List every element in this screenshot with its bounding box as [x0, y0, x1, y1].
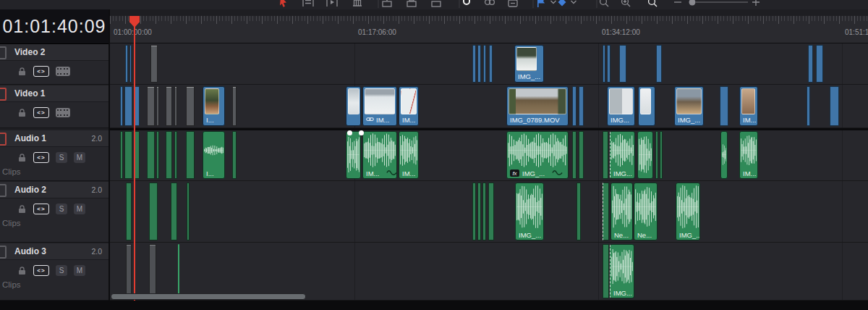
- clip-fragment[interactable]: [174, 131, 177, 179]
- overwrite-clip-icon[interactable]: [405, 0, 418, 8]
- clip-fragment[interactable]: [149, 244, 156, 298]
- clip-fragment[interactable]: [232, 86, 237, 126]
- track-destination-indicator[interactable]: [0, 46, 7, 59]
- video-clip[interactable]: IM...: [362, 86, 397, 126]
- audio-clip[interactable]: [346, 131, 361, 179]
- clip-fragment[interactable]: [483, 45, 486, 83]
- clip-fragment[interactable]: [572, 86, 576, 126]
- track-destination-indicator[interactable]: [0, 88, 7, 101]
- clip-fragment[interactable]: [603, 244, 609, 298]
- track-name-row[interactable]: Video 2: [0, 44, 109, 61]
- clip-fragment[interactable]: [619, 45, 626, 83]
- audio-clip[interactable]: Ne...: [610, 183, 633, 240]
- video-clip[interactable]: I...: [203, 86, 225, 126]
- video-audio-divider[interactable]: [0, 128, 868, 130]
- custom-zoom-icon[interactable]: [646, 0, 659, 8]
- clip-fragment[interactable]: [178, 244, 179, 298]
- clip-fragment[interactable]: [572, 131, 576, 179]
- track-header-audio-2[interactable]: Audio 22.0<>SMClips: [0, 182, 109, 243]
- video-clip[interactable]: IMG_...: [514, 45, 544, 83]
- clip-fragment[interactable]: [579, 131, 584, 179]
- filmstrip-icon[interactable]: [56, 67, 70, 76]
- flag-icon[interactable]: [535, 0, 548, 8]
- clip-fragment[interactable]: [124, 86, 132, 126]
- clip-fragment[interactable]: [482, 183, 486, 240]
- auto-select-icon[interactable]: <>: [33, 204, 49, 214]
- lock-track-icon[interactable]: [17, 108, 27, 117]
- clip-fragment[interactable]: [120, 131, 123, 179]
- audio-clip[interactable]: [637, 131, 653, 179]
- lock-track-icon[interactable]: [17, 67, 27, 76]
- clip-fragment[interactable]: [186, 86, 195, 126]
- audio-clip[interactable]: IMG_...: [515, 183, 544, 240]
- clip-fragment[interactable]: [149, 183, 158, 240]
- keyframe-dot[interactable]: [359, 130, 364, 135]
- clip-fragment[interactable]: [807, 86, 810, 126]
- clip-fragment[interactable]: [166, 131, 172, 179]
- track-header-audio-1[interactable]: Audio 12.0<>SMClips: [0, 130, 109, 181]
- razor-edit-mode-icon[interactable]: [351, 0, 364, 8]
- auto-select-icon[interactable]: <>: [33, 265, 49, 276]
- track-header-video-1[interactable]: Video 1<>: [0, 85, 109, 128]
- track-name-row[interactable]: Audio 12.0: [0, 130, 109, 147]
- clip-fragment[interactable]: [579, 86, 584, 126]
- keyframe-dot[interactable]: [347, 130, 352, 135]
- mute-button[interactable]: M: [74, 204, 85, 214]
- timeline-lane-video2[interactable]: IMG_...: [110, 44, 868, 85]
- clip-fragment[interactable]: [174, 86, 177, 126]
- detail-zoom-icon[interactable]: [619, 0, 632, 8]
- track-header-audio-3[interactable]: Audio 32.0<>SMClips: [0, 243, 109, 301]
- clip-fragment[interactable]: [156, 86, 159, 126]
- track-header-video-2[interactable]: Video 2<>: [0, 44, 109, 85]
- audio-clip[interactable]: IM...: [399, 131, 419, 179]
- audio-clip[interactable]: Ne...: [634, 183, 658, 240]
- clip-fragment[interactable]: [135, 131, 140, 179]
- auto-select-icon[interactable]: <>: [33, 152, 49, 163]
- clip-fragment[interactable]: [232, 131, 237, 179]
- track-name-row[interactable]: Audio 22.0: [0, 182, 109, 198]
- clip-fragment[interactable]: [488, 183, 494, 240]
- clip-fragment[interactable]: [720, 86, 728, 126]
- lock-track-icon[interactable]: [17, 153, 27, 162]
- clip-fragment[interactable]: [816, 45, 823, 83]
- playhead-line[interactable]: [134, 16, 135, 301]
- clip-fragment[interactable]: [660, 131, 663, 179]
- clip-fragment[interactable]: [135, 86, 140, 126]
- clip-fragment[interactable]: [477, 183, 481, 240]
- audio-clip[interactable]: IM...: [739, 131, 758, 179]
- audio-clip[interactable]: IMG...: [610, 244, 634, 298]
- track-destination-indicator[interactable]: [0, 246, 7, 259]
- track-destination-indicator[interactable]: [0, 133, 7, 146]
- clip-fragment[interactable]: [477, 45, 481, 83]
- clip-fragment[interactable]: [603, 131, 608, 179]
- clip-fragment[interactable]: [603, 183, 609, 240]
- clip-fragment[interactable]: [656, 45, 662, 83]
- track-name-row[interactable]: Audio 32.0: [0, 243, 109, 260]
- dynamic-trim-mode-icon[interactable]: [326, 0, 339, 8]
- clip-fragment[interactable]: [603, 45, 605, 83]
- video-clip[interactable]: [638, 86, 655, 126]
- filmstrip-icon[interactable]: [56, 108, 70, 117]
- zoom-out-icon[interactable]: [671, 0, 684, 8]
- zoom-in-icon[interactable]: [749, 0, 762, 8]
- clip-fragment[interactable]: [808, 45, 813, 83]
- video-clip[interactable]: IM...: [739, 86, 758, 126]
- video-clip[interactable]: IMG...: [607, 86, 635, 126]
- insert-clip-icon[interactable]: [380, 0, 393, 8]
- trim-edit-mode-icon[interactable]: [302, 0, 315, 8]
- audio-clip[interactable]: IMG...: [610, 131, 635, 179]
- snapping-icon[interactable]: [460, 0, 473, 8]
- auto-select-icon[interactable]: <>: [33, 107, 49, 118]
- solo-button[interactable]: S: [56, 204, 67, 214]
- clip-fragment[interactable]: [156, 131, 159, 179]
- clip-fragment[interactable]: [126, 244, 132, 298]
- clip-fragment[interactable]: [171, 183, 177, 240]
- auto-select-icon[interactable]: <>: [33, 66, 49, 77]
- lock-track-icon[interactable]: [17, 266, 27, 275]
- timeline-lane-audio2[interactable]: IMG_...Ne...Ne...IMG_...: [110, 182, 868, 243]
- clip-fragment[interactable]: [472, 183, 476, 240]
- clip-fragment[interactable]: [472, 45, 476, 83]
- solo-button[interactable]: S: [56, 152, 67, 163]
- track-destination-indicator[interactable]: [0, 184, 7, 197]
- mute-button[interactable]: M: [74, 265, 85, 276]
